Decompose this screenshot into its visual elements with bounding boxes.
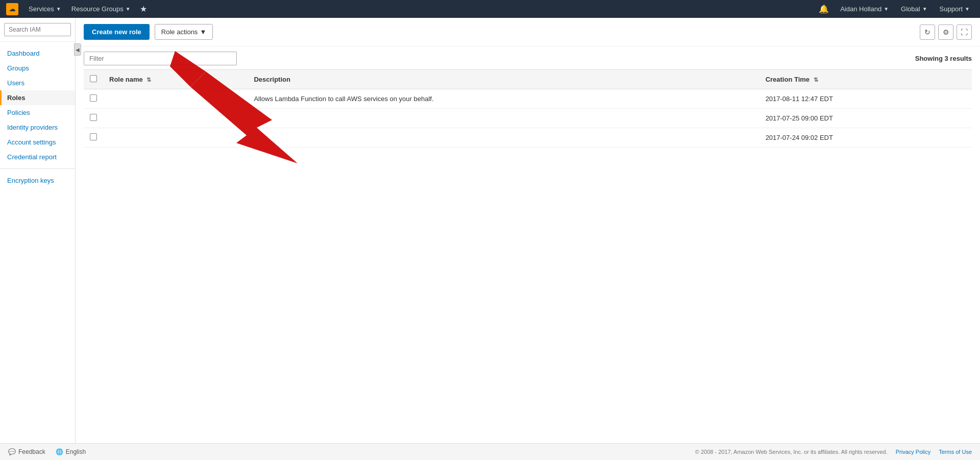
privacy-policy-link[interactable]: Privacy Policy bbox=[896, 449, 930, 455]
footer: 💬 Feedback 🌐 English © 2008 - 2017, Amaz… bbox=[0, 443, 980, 460]
row-2-checkbox[interactable] bbox=[90, 114, 97, 121]
table-row: 2017-07-24 09:02 EDT bbox=[84, 128, 972, 148]
footer-left: 💬 Feedback 🌐 English bbox=[8, 448, 86, 455]
refresh-button[interactable]: ↻ bbox=[920, 25, 935, 40]
top-nav-right: 🔔 Aidan Holland ▼ Global ▼ Support ▼ bbox=[815, 0, 975, 18]
filter-input[interactable] bbox=[84, 52, 237, 65]
support-menu[interactable]: Support ▼ bbox=[935, 0, 975, 18]
role-actions-button[interactable]: Role actions ▼ bbox=[155, 24, 213, 40]
sidebar-item-credential-report[interactable]: Credential report bbox=[0, 150, 75, 164]
roles-table: Role name ⇅ Description Creation Time ⇅ bbox=[84, 69, 972, 148]
sidebar-item-roles[interactable]: Roles bbox=[0, 90, 75, 105]
row-3-checkbox-cell bbox=[84, 128, 103, 148]
support-label: Support bbox=[940, 5, 963, 13]
sidebar-item-encryption-keys[interactable]: Encryption keys bbox=[0, 173, 75, 188]
row-3-description bbox=[248, 128, 759, 148]
feedback-label: Feedback bbox=[18, 448, 45, 455]
sidebar-item-users[interactable]: Users bbox=[0, 76, 75, 90]
row-1-checkbox-cell bbox=[84, 89, 103, 109]
sidebar-item-account-settings[interactable]: Account settings bbox=[0, 135, 75, 150]
aws-logo[interactable]: ☁ bbox=[5, 2, 19, 16]
row-2-description bbox=[248, 109, 759, 128]
row-3-checkbox[interactable] bbox=[90, 133, 97, 140]
region-chevron-icon: ▼ bbox=[922, 6, 927, 12]
row-1-checkbox[interactable] bbox=[90, 94, 97, 102]
toolbar-icons: ↻ ⚙ ⛶ bbox=[920, 25, 972, 40]
user-menu-chevron-icon: ▼ bbox=[884, 6, 889, 12]
region-label: Global bbox=[901, 5, 920, 13]
role-actions-label: Role actions bbox=[161, 28, 198, 36]
table-row: Allows Lambda Function to call AWS servi… bbox=[84, 89, 972, 109]
feedback-icon: 💬 bbox=[8, 448, 16, 455]
row-1-role-name[interactable] bbox=[103, 89, 248, 109]
sidebar-nav: Dashboard Groups Users Roles Policies Id… bbox=[0, 42, 75, 192]
sidebar: ◀ Dashboard Groups Users Roles Policies … bbox=[0, 18, 76, 443]
sidebar-search-container bbox=[0, 18, 75, 42]
services-menu[interactable]: Services ▼ bbox=[23, 0, 66, 18]
services-chevron-icon: ▼ bbox=[56, 6, 61, 12]
language-label: English bbox=[66, 448, 86, 455]
table-header-row: Role name ⇅ Description Creation Time ⇅ bbox=[84, 70, 972, 89]
results-count: Showing 3 results bbox=[915, 55, 972, 62]
row-1-description: Allows Lambda Function to call AWS servi… bbox=[248, 89, 759, 109]
search-input[interactable] bbox=[4, 23, 71, 36]
sidebar-collapse-button[interactable]: ◀ bbox=[74, 43, 81, 56]
row-3-creation-time: 2017-07-24 09:02 EDT bbox=[760, 128, 972, 148]
row-2-creation-time: 2017-07-25 09:00 EDT bbox=[760, 109, 972, 128]
bookmarks-button[interactable]: ★ bbox=[136, 0, 151, 18]
sidebar-item-identity-providers[interactable]: Identity providers bbox=[0, 120, 75, 135]
resource-groups-label: Resource Groups bbox=[71, 5, 124, 13]
globe-icon: 🌐 bbox=[56, 448, 63, 455]
notifications-icon[interactable]: 🔔 bbox=[815, 4, 833, 14]
table-row: 2017-07-25 09:00 EDT bbox=[84, 109, 972, 128]
row-2-checkbox-cell bbox=[84, 109, 103, 128]
description-header: Description bbox=[248, 70, 759, 89]
row-3-role-name[interactable] bbox=[103, 128, 248, 148]
content-area: Create new role Role actions ▼ ↻ ⚙ ⛶ Sho… bbox=[76, 18, 980, 443]
feedback-button[interactable]: 💬 Feedback bbox=[8, 448, 45, 455]
user-name: Aidan Holland bbox=[840, 5, 881, 13]
services-label: Services bbox=[29, 5, 54, 13]
role-name-sort-icon: ⇅ bbox=[146, 77, 151, 83]
fullscreen-button[interactable]: ⛶ bbox=[957, 25, 972, 40]
creation-time-sort-icon: ⇅ bbox=[814, 77, 818, 83]
select-all-header bbox=[84, 70, 103, 89]
role-actions-chevron-icon: ▼ bbox=[200, 28, 206, 36]
user-menu[interactable]: Aidan Holland ▼ bbox=[835, 0, 894, 18]
resource-groups-chevron-icon: ▼ bbox=[126, 6, 131, 12]
sidebar-item-policies[interactable]: Policies bbox=[0, 105, 75, 120]
creation-time-header[interactable]: Creation Time ⇅ bbox=[760, 70, 972, 89]
logo-icon: ☁ bbox=[6, 3, 18, 15]
table-area: Showing 3 results Role name ⇅ bbox=[76, 46, 980, 443]
create-new-role-button[interactable]: Create new role bbox=[84, 24, 150, 40]
resource-groups-menu[interactable]: Resource Groups ▼ bbox=[66, 0, 136, 18]
copyright-text: © 2008 - 2017, Amazon Web Services, Inc.… bbox=[695, 449, 888, 455]
select-all-checkbox[interactable] bbox=[90, 75, 97, 82]
row-2-role-name[interactable] bbox=[103, 109, 248, 128]
language-selector[interactable]: 🌐 English bbox=[56, 448, 86, 455]
region-menu[interactable]: Global ▼ bbox=[896, 0, 932, 18]
footer-right: © 2008 - 2017, Amazon Web Services, Inc.… bbox=[695, 449, 972, 455]
role-name-header[interactable]: Role name ⇅ bbox=[103, 70, 248, 89]
support-chevron-icon: ▼ bbox=[965, 6, 970, 12]
sidebar-item-dashboard[interactable]: Dashboard bbox=[0, 46, 75, 61]
terms-of-use-link[interactable]: Terms of Use bbox=[939, 449, 972, 455]
row-1-creation-time: 2017-08-11 12:47 EDT bbox=[760, 89, 972, 109]
filter-bar: Showing 3 results bbox=[84, 46, 972, 69]
sidebar-item-groups[interactable]: Groups bbox=[0, 61, 75, 76]
settings-button[interactable]: ⚙ bbox=[938, 25, 953, 40]
top-nav: ☁ Services ▼ Resource Groups ▼ ★ 🔔 Aidan… bbox=[0, 0, 980, 18]
toolbar: Create new role Role actions ▼ ↻ ⚙ ⛶ bbox=[76, 18, 980, 46]
